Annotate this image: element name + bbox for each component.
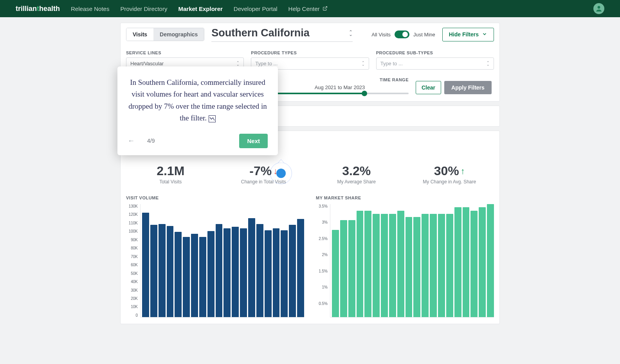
chart-bar[interactable] [454,207,461,317]
chart-bar[interactable] [265,230,272,317]
market-panel: Mark 2.1M Total Visits -7% ↓ Change in T… [120,131,500,324]
kpi-lbl: My Average Share [312,179,401,185]
chart-bar[interactable] [175,232,182,317]
chart-bar[interactable] [438,214,445,317]
chart-bar[interactable] [348,220,355,317]
chart-bar[interactable] [381,214,388,317]
chart-bar[interactable] [389,214,396,317]
chart-bar[interactable] [232,227,239,317]
chart-bar[interactable] [240,228,247,317]
toggle-label-all: All Visits [371,32,391,38]
nav-release-notes[interactable]: Release Notes [71,5,109,12]
y-tick: 120K [126,212,138,217]
kpi-total-visits: 2.1M Total Visits [126,164,215,185]
chart-bar[interactable] [183,237,190,317]
visits-toggle[interactable] [395,30,409,38]
topbar: trillian t health Release Notes Provider… [0,0,620,17]
chart-bar[interactable] [397,211,404,317]
nav-developer-portal[interactable]: Developer Portal [234,5,278,12]
chart-bar[interactable] [207,231,214,317]
y-tick: 0 [126,313,138,317]
chart-bar[interactable] [364,211,371,317]
tab-visits[interactable]: Visits [126,28,153,41]
chart-bar[interactable] [479,207,486,317]
kpi-change-visits: -7% ↓ Change in Total Visits [219,164,308,185]
tour-highlight-pointer [278,159,284,163]
chart-bar[interactable] [340,220,347,317]
procedure-sub-label: PROCEDURE SUB-TYPES [376,50,494,55]
tour-highlight [270,162,292,184]
chart-bar[interactable] [406,217,413,317]
tour-tooltip: In Southern California, commercially ins… [117,66,278,155]
user-avatar[interactable] [593,3,604,14]
procedure-types-label: PROCEDURE TYPES [251,50,369,55]
chart-bar[interactable] [199,237,206,317]
y-tick: 20K [126,296,138,301]
chart-bar[interactable] [150,225,157,317]
kpi-val: 3.2% [312,164,401,178]
chart-bar[interactable] [223,228,231,317]
kpi-lbl: Total Visits [126,179,215,185]
chart-bar[interactable] [487,204,494,317]
chart-bar[interactable] [191,234,198,317]
chart-bar[interactable] [470,211,478,317]
y-tick: 60K [126,263,138,267]
market-share-chart: MY MARKET SHARE 3.5%3%2.5%2%1.5%1%0.5% [316,195,494,317]
service-lines-value: Heart/Vascular [130,61,164,66]
visits-toggle-row: All Visits Just Mine [371,30,435,38]
hide-filters-label: Hide Filters [449,31,479,38]
chart-bar[interactable] [430,214,437,317]
apply-filters-button[interactable]: Apply Filters [444,81,492,94]
chart-bar[interactable] [357,211,364,317]
tour-count: 4/9 [147,138,155,144]
chart-bar[interactable] [248,218,255,317]
nav-provider-directory[interactable]: Provider Directory [120,5,167,12]
brand-logo[interactable]: trillian t health [16,5,60,13]
clear-button[interactable]: Clear [416,81,441,94]
chart-bar[interactable] [297,219,304,317]
nav-help-center[interactable]: Help Center [288,5,328,12]
chart-bar[interactable] [216,224,223,317]
chart-bar[interactable] [289,225,296,317]
chart-bar[interactable] [463,207,470,317]
bars-container [140,204,304,317]
y-tick: 110K [126,221,138,225]
brand-part1: trillian [16,5,37,13]
slider-handle[interactable] [362,91,367,96]
chart-bar[interactable] [373,214,380,317]
y-tick: 100K [126,229,138,233]
y-tick: 1% [316,285,328,289]
y-tick: 1.5% [316,269,328,273]
time-range-label: TIME RANGE [271,77,409,82]
tab-demographics[interactable]: Demographics [153,28,204,41]
tour-text: In Southern California, commercially ins… [128,78,267,122]
chart-bar[interactable] [256,224,263,317]
kpi-change-share: 30% ↑ My Change in Avg. Share [405,164,494,185]
chart-bar[interactable] [142,213,149,317]
chart-bar[interactable] [159,224,166,317]
tour-next-button[interactable]: Next [239,134,268,148]
brand-part3: health [39,5,60,13]
chart-icon [209,115,216,122]
y-tick: 2.5% [316,237,328,241]
y-tick: 80K [126,246,138,250]
chart-bar[interactable] [413,217,420,317]
y-tick: 0.5% [316,301,328,306]
chart-bar[interactable] [446,214,453,317]
select-arrows-icon: ⌃⌄ [236,62,240,66]
hide-filters-button[interactable]: Hide Filters [442,28,494,41]
region-title: Southern California [211,27,310,39]
region-selector[interactable]: Southern California ⌃⌄ [211,27,353,42]
nav-market-explorer[interactable]: Market Explorer [178,5,222,12]
time-range-slider[interactable] [271,93,409,94]
y-tick: 50K [126,271,138,276]
tour-back-button[interactable]: ← [128,137,135,145]
chart-bar[interactable] [332,230,339,317]
procedure-sub-select[interactable]: Type to ... ⌃⌄ [376,57,494,70]
chart-bar[interactable] [281,230,288,317]
chart-bar[interactable] [167,226,174,317]
tour-body: In Southern California, commercially ins… [128,77,268,124]
y-tick: 90K [126,238,138,242]
chart-bar[interactable] [273,228,280,317]
chart-bar[interactable] [422,214,429,317]
